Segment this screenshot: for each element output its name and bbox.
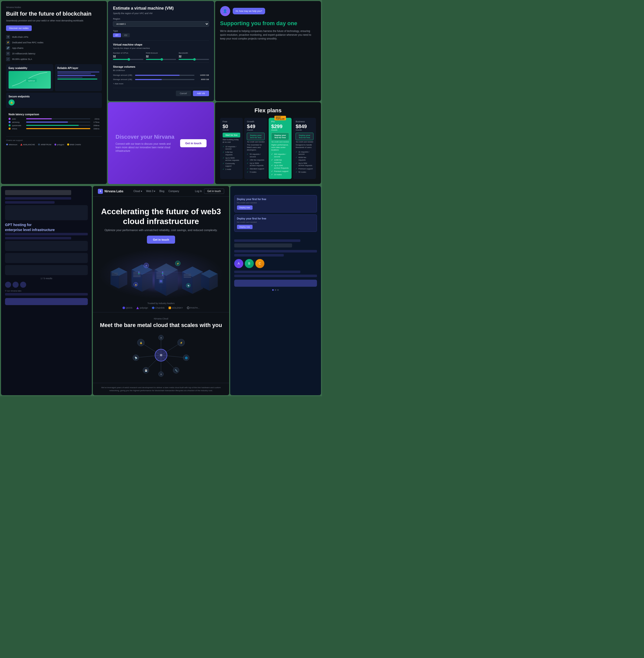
chain-arbitrum: A ARBITRUM <box>38 144 51 146</box>
panel-right: Deploy your first for free No credit car… <box>230 186 321 395</box>
type-label: Type <box>113 30 209 32</box>
feature-text-2: Dedicated and free RPC nodes <box>12 41 44 44</box>
ram-slider-group: RAM Amount 32 <box>146 52 176 60</box>
dot-2 <box>275 289 276 291</box>
bandwidth-label: Bandwidth <box>179 52 209 54</box>
deploy-card-1-title: Deploy your first for free <box>237 198 314 201</box>
storage2-label: Storage amount (GB) <box>113 78 133 81</box>
cpu-track[interactable] <box>113 59 143 60</box>
plan-nocredit-business: No credit card needed <box>296 141 314 143</box>
hero-contact-button[interactable]: Get in touch <box>147 236 175 244</box>
plan-desc-growth: The essentials for Web3 users and develo… <box>247 144 264 151</box>
latency-dot <box>8 118 10 120</box>
chevron-down-icon: ▾ <box>154 190 155 193</box>
latency-title: Node latency comparison <box>8 113 99 116</box>
blurred-text <box>234 270 300 273</box>
nav-company[interactable]: Company <box>168 190 179 193</box>
bare-metal-section: Nirvana Cloud Meet the bare metal cloud … <box>93 312 229 383</box>
plan-period-business: /month <box>296 129 314 131</box>
panel-discover: Discover your Nirvana Connect with our t… <box>108 102 214 184</box>
plan-price-pro: $299 <box>271 124 289 129</box>
plan-btn-free[interactable]: Start for free <box>223 133 240 137</box>
plan-features-growth: ✓50 requests / second ✓15M fee requests … <box>247 153 264 173</box>
nav-contact-button[interactable]: Get in touch <box>204 189 224 194</box>
cancel-button[interactable]: Cancel <box>176 91 191 96</box>
storage-section: Storage volumes $0.1/GB/hour Storage amo… <box>113 62 209 85</box>
svg-point-61 <box>187 307 189 309</box>
chains-label: Chains we support <box>6 139 102 141</box>
storage1-row: Storage amount (GB) 14000 GB <box>113 74 209 76</box>
dot-3 <box>277 289 279 291</box>
storage-title: Storage volumes <box>113 65 209 68</box>
panel-flex-plans: Flex plans Free $0 /month Start for free… <box>215 102 321 184</box>
plan-period-growth: /month <box>247 129 264 131</box>
feature-item: ⚙ Multi-chain APIs <box>6 35 102 39</box>
vis-bg <box>98 249 224 299</box>
trusted-by-section: Trusted by industry leaders QDOS polysig… <box>93 299 229 312</box>
feature-text-5: 99.99% uptime SLA <box>12 58 32 60</box>
endpoint-card: Secure endpoints 🔒 <box>6 93 102 108</box>
bandwidth-track[interactable] <box>179 59 209 60</box>
plan-desc-business: Designed to handle thousands of users <box>296 144 314 149</box>
discover-description: Connect with our team to discuss your ne… <box>115 142 171 153</box>
scalability-visual: optimal <box>8 71 51 89</box>
shape-title: Virtual machine shape <box>113 43 209 46</box>
blurred-block-1 <box>5 205 88 220</box>
get-in-touch-button[interactable]: Get in touch <box>180 139 206 147</box>
nav-web3[interactable]: Web 3 ▾ <box>146 190 156 193</box>
deploy-card-1: Deploy your first for free No credit car… <box>234 195 317 213</box>
team-avatars: A B C <box>234 259 317 268</box>
feature-icon-4: ⏱ <box>6 51 10 56</box>
svg-text:🔒: 🔒 <box>139 341 142 344</box>
add-vm-button[interactable]: Add VM <box>193 91 209 96</box>
avatar-small <box>5 282 11 288</box>
gpt-title: GPT hosting for <box>5 223 88 227</box>
type-tab-e2[interactable]: E2 <box>122 33 130 37</box>
plan-price-growth: $49 <box>247 124 264 129</box>
discover-title: Discover your Nirvana <box>115 134 174 140</box>
pagination-dots <box>234 289 317 291</box>
ram-track[interactable] <box>146 59 176 60</box>
deploy-card-2: Deploy your first for free No credit car… <box>234 215 317 232</box>
discover-nodes-button[interactable]: Discover our nodes <box>6 25 32 31</box>
support-title: Supporting you from day one <box>220 20 316 27</box>
svg-marker-59 <box>152 307 155 309</box>
scalability-title: Easy scalability <box>8 67 51 69</box>
latency-label: quicknode <box>12 124 25 127</box>
plan-growth: Growth $49 /month Deploy your first for … <box>244 118 267 179</box>
hero-title: Accelerating the future of web3 cloud in… <box>98 207 224 226</box>
ram-fill <box>146 59 161 60</box>
nav-cloud[interactable]: Cloud ▾ <box>134 190 142 193</box>
svg-marker-58 <box>136 307 139 309</box>
plan-btn-growth[interactable]: Deploy your first for free <box>247 133 264 140</box>
storage1-value: 14000 GB <box>197 74 209 76</box>
plan-badge-pro: MOST POPULAR <box>274 116 286 120</box>
cpu-label: Number of CPUs <box>113 52 143 54</box>
storage2-track[interactable] <box>135 79 194 80</box>
deploy-card-1-sub: No credit card needed <box>237 202 314 204</box>
region-label: Region <box>113 18 209 20</box>
storage1-track[interactable] <box>135 75 194 76</box>
deploy-btn-1[interactable]: Deploy now <box>237 205 253 210</box>
login-button[interactable]: Log In <box>195 190 202 193</box>
region-select[interactable]: us-east-1 us-west-2 eu-west-1 <box>113 21 209 27</box>
nav-blog[interactable]: Blog <box>159 190 164 193</box>
api-layer-title: Reliable API layer <box>58 67 100 69</box>
latency-bar <box>26 125 79 126</box>
plan-price-business: $849 <box>296 124 314 129</box>
main-logo: ✦ Nirvana Labs <box>98 189 123 194</box>
svg-text:📡: 📡 <box>134 356 137 359</box>
svg-rect-60 <box>168 307 171 309</box>
avatar-small <box>20 282 26 288</box>
deploy-btn-2[interactable]: Deploy now <box>237 225 253 229</box>
blockchain-subtitle: Seamlessly provision and run your web3 o… <box>6 19 102 22</box>
trusted-panth: PANTH... <box>187 307 200 309</box>
type-tab-et[interactable]: ET <box>113 33 121 37</box>
plan-btn-pro[interactable]: Deploy your first for free <box>271 133 289 140</box>
plan-btn-business[interactable]: Deploy your first for free <box>296 133 314 140</box>
add-more-button[interactable]: + Add more <box>113 83 209 85</box>
nav-links: Cloud ▾ Web 3 ▾ Blog Company <box>134 190 190 193</box>
panel-blockchain: Nirvana Nodes Built for the future of bl… <box>1 1 107 184</box>
latency-bar <box>26 128 90 129</box>
deploy-card-2-sub: No credit card needed <box>237 221 314 223</box>
